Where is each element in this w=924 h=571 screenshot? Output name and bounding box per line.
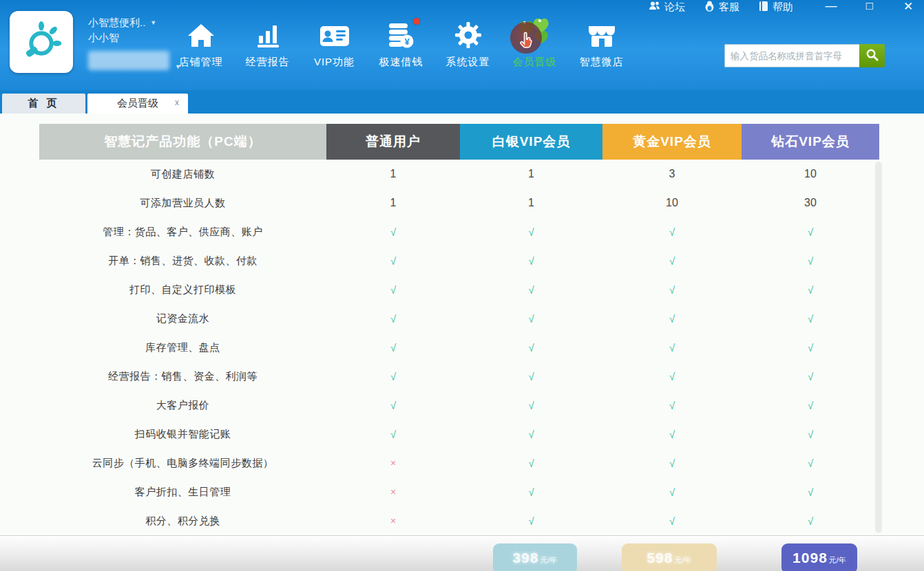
feature-value: × [326,515,460,526]
table-row: 可添加营业员人数111030 [39,188,879,217]
table-row: 可创建店铺数11310 [39,160,879,188]
feature-value: 1 [460,168,602,180]
feature-label: 开单：销售、进货、收款、付款 [39,255,326,268]
nav-item-business-report[interactable]: 经营报告 [234,17,301,69]
chevron-down-icon[interactable]: ▼ [150,19,156,26]
nav-item-smart-microstore[interactable]: 智慧微店 [568,17,635,69]
price-bar: 398元/年598元/年1098元/年 [0,536,924,571]
feature-value: √ [326,284,460,296]
feature-value: √ [742,371,879,383]
vip-card-icon [317,17,352,50]
table-row: 开单：销售、进货、收款、付款√√√√ [39,246,879,275]
feature-value: √ [602,255,742,267]
feature-label: 可添加营业员人数 [39,197,326,210]
feature-label: 库存管理、盘点 [39,341,326,354]
notification-badge [413,18,420,25]
nav-item-vip-features[interactable]: VIP功能 [301,17,368,69]
feature-value: √ [742,400,879,411]
feature-value: √ [326,400,460,411]
nav-item-system-settings[interactable]: 系统设置 [434,17,501,69]
feature-value: √ [326,313,460,325]
feature-label: 记资金流水 [39,312,326,325]
tab-home[interactable]: 首 页 [2,94,85,114]
search-icon [865,48,879,63]
feature-value: √ [460,429,602,440]
feature-value: 1 [460,197,602,209]
feature-value: √ [742,457,879,469]
tab-member-upgrade[interactable]: 会员晋级 x [87,94,188,114]
comparison-table-header: 智慧记产品功能（PC端） 普通用户白银VIP会员黄金VIP会员钻石VIP会员 [39,124,879,160]
price-button-diamond[interactable]: 1098元/年 [781,543,857,571]
nav-item-store-management[interactable]: 店铺管理 [167,17,234,69]
feature-value: √ [602,226,742,238]
close-button[interactable]: ✕ [901,0,916,14]
tab-bar: 首 页 会员晋级 x [0,90,924,114]
price-button-gold[interactable]: 598元/年 [622,543,717,571]
nav-item-member-upgrade[interactable]: 会员晋级 [501,17,568,69]
feature-label: 积分、积分兑换 [39,515,326,528]
tier-header-diamond: 钻石VIP会员 [742,124,879,160]
toplink-forum[interactable]: 论坛 [649,1,685,14]
feature-value: √ [326,371,460,383]
penguin-icon [704,1,715,14]
comparison-table-body: 可创建店铺数11310可添加营业员人数111030管理：货品、客户、供应商、账户… [39,160,879,535]
window-controls: —□✕ [823,0,916,14]
price-amount: 398 [512,550,538,566]
people-icon [649,1,660,13]
svg-text:¥: ¥ [404,36,410,47]
vertical-scrollbar[interactable] [875,162,882,533]
topbar-links: 论坛客服帮助 [649,0,793,16]
main-nav: 店铺管理经营报告VIP功能¥极速借钱系统设置会员晋级智慧微店 [167,17,635,69]
feature-value: √ [742,486,879,498]
feature-value: √ [602,515,742,527]
price-unit: 元/年 [540,555,557,565]
feature-value: √ [460,486,602,498]
search-button[interactable] [859,44,885,67]
minimize-button[interactable]: — [823,0,839,14]
table-row: 客户折扣、生日管理×√√√ [39,477,879,506]
price-unit: 元/年 [674,555,691,565]
tier-header-gold: 黄金VIP会员 [602,124,742,160]
coins-icon: ¥ [386,17,417,50]
nav-item-label: 智慧微店 [580,56,624,69]
gear-icon [452,17,484,50]
lightbulb-logo-icon [19,19,63,65]
price-button-silver[interactable]: 398元/年 [493,543,577,571]
nav-item-label: VIP功能 [314,56,355,69]
feature-label: 云同步（手机、电脑多终端同步数据） [39,457,326,470]
feature-value: √ [602,486,742,498]
toplink-help[interactable]: 帮助 [759,1,793,14]
feature-value: √ [602,313,742,325]
product-search [724,44,885,67]
table-row: 积分、积分兑换×√√√ [39,506,879,535]
price-amount: 598 [647,550,673,566]
feature-value: √ [742,226,879,238]
feature-label: 可创建店铺数 [39,168,326,181]
store-name: 小智慧便利.. [88,17,145,30]
home-icon [185,17,217,50]
gems-icon [517,17,553,50]
feature-value: √ [602,457,742,469]
feature-value: √ [742,342,879,354]
toplink-customer-service[interactable]: 客服 [704,1,739,14]
nav-item-label: 极速借钱 [379,56,423,69]
table-row: 大客户报价√√√√ [39,391,879,420]
toplink-label: 论坛 [664,1,685,14]
feature-value: 3 [602,168,742,180]
tier-header-normal: 普通用户 [326,124,460,160]
feature-value: √ [602,429,742,440]
feature-label: 扫码收银并智能记账 [39,428,326,441]
tier-header-silver: 白银VIP会员 [460,124,602,160]
feature-label: 管理：货品、客户、供应商、账户 [39,226,326,239]
nav-item-quick-loan[interactable]: ¥极速借钱 [368,17,434,69]
feature-value: √ [742,313,879,325]
feature-value: × [326,457,460,468]
search-input[interactable] [724,44,859,67]
feature-value: √ [742,255,879,267]
feature-value: √ [460,515,602,527]
tab-label: 会员晋级 [117,97,158,110]
maximize-button[interactable]: □ [862,0,877,14]
feature-value: √ [602,371,742,383]
table-row: 经营报告：销售、资金、利润等√√√√ [39,362,879,391]
close-icon[interactable]: x [175,98,179,107]
